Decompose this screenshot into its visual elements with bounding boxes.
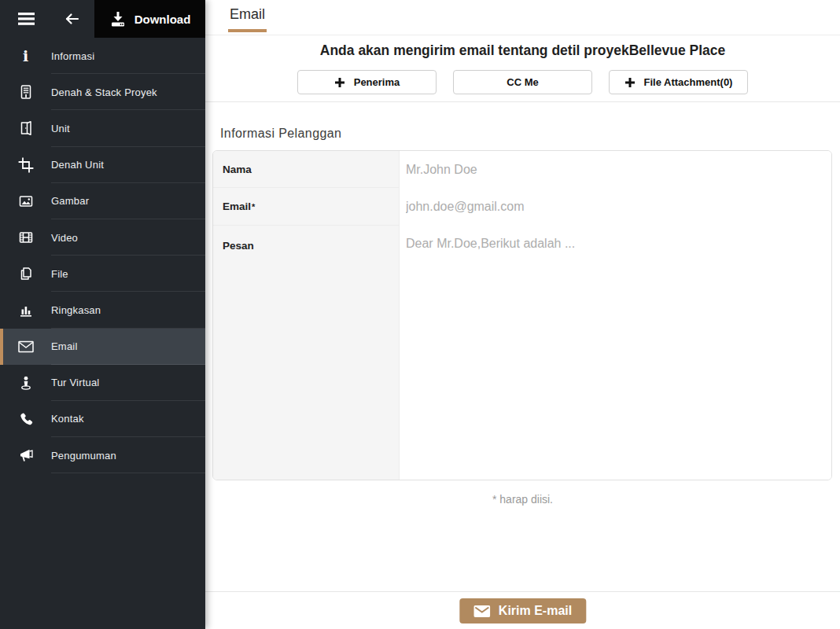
sidebar-item-kontak[interactable]: Kontak: [0, 401, 205, 437]
required-asterisk: *: [252, 202, 255, 212]
section-title: Informasi Pelanggan: [220, 127, 341, 141]
back-button[interactable]: [61, 9, 83, 28]
page-title: Anda akan mengirim email tentang detil p…: [205, 42, 840, 59]
sidebar-item-label: Video: [51, 232, 78, 244]
sidebar-item-video[interactable]: Video: [0, 219, 205, 256]
sidebar-item-unit[interactable]: Unit: [0, 110, 205, 146]
sidebar-item-ringkasan[interactable]: Ringkasan: [0, 292, 205, 328]
file-attachment-button-label: File Attachment(0): [644, 76, 733, 88]
email-header-section: Anda akan mengirim email tentang detil p…: [205, 35, 840, 102]
email-label: Email*: [213, 188, 400, 225]
nama-input[interactable]: [400, 151, 831, 188]
sidebar-item-label: Email: [51, 340, 78, 352]
plus-icon: [624, 77, 636, 88]
nama-label: Nama: [213, 151, 400, 187]
film-icon: [0, 230, 51, 245]
kirim-email-button[interactable]: Kirim E-mail: [459, 598, 586, 623]
sidebar-item-label: Denah Unit: [51, 159, 104, 171]
building-icon: [0, 84, 51, 100]
sidebar-item-tur-virtual[interactable]: Tur Virtual: [0, 365, 205, 401]
sidebar-item-informasi[interactable]: i Informasi: [0, 38, 205, 74]
customer-info-form: Nama Email* Pesan: [212, 150, 832, 480]
menu-button[interactable]: [16, 9, 38, 28]
sidebar-item-label: Kontak: [51, 413, 84, 425]
arrow-left-icon: [64, 12, 81, 26]
street-view-icon: [0, 375, 51, 391]
crop-icon: [0, 157, 51, 173]
email-row: Email*: [213, 188, 831, 226]
cc-me-button-label: CC Me: [507, 76, 538, 88]
phone-icon: [0, 411, 51, 427]
cc-me-button[interactable]: CC Me: [453, 70, 592, 94]
email-input[interactable]: [400, 188, 831, 226]
megaphone-icon: [0, 447, 51, 463]
penerima-button[interactable]: Penerima: [297, 70, 437, 94]
sidebar-item-label: Ringkasan: [51, 304, 101, 316]
tab-bar: Email: [205, 0, 840, 35]
plus-icon: [334, 77, 345, 88]
sidebar-item-label: Informasi: [51, 50, 94, 62]
nama-row: Nama: [213, 151, 831, 188]
envelope-icon: [473, 605, 490, 617]
sidebar-item-gambar[interactable]: Gambar: [0, 183, 205, 219]
penerima-button-label: Penerima: [354, 76, 400, 88]
sidebar-item-denah-stack-proyek[interactable]: Denah & Stack Proyek: [0, 74, 205, 110]
footer-divider: [205, 591, 840, 592]
copy-icon: [0, 266, 51, 281]
pesan-label: Pesan: [213, 226, 400, 480]
sidebar-item-label: Pengumuman: [51, 450, 116, 462]
sidebar-nav: i Informasi Denah & Stack Proyek: [0, 38, 205, 473]
sidebar: Download i Informasi Denah & Stack Pro: [0, 0, 205, 629]
sidebar-item-file[interactable]: File: [0, 256, 205, 292]
main-content: Email Anda akan mengirim email tentang d…: [205, 0, 840, 629]
sidebar-item-label: Tur Virtual: [51, 377, 99, 388]
bar-chart-icon: [0, 302, 51, 318]
download-label: Download: [134, 13, 191, 26]
sidebar-item-denah-unit[interactable]: Denah Unit: [0, 147, 205, 183]
pesan-row: Pesan: [213, 226, 831, 480]
envelope-icon: [0, 340, 51, 354]
image-icon: [0, 193, 51, 209]
kirim-email-label: Kirim E-mail: [499, 604, 572, 618]
sidebar-item-email[interactable]: Email: [0, 329, 205, 365]
sidebar-topbar: Download: [0, 0, 205, 38]
file-attachment-button[interactable]: File Attachment(0): [609, 70, 748, 94]
tab-email[interactable]: Email: [228, 6, 267, 32]
sidebar-item-label: Denah & Stack Proyek: [51, 86, 157, 98]
pesan-textarea[interactable]: [400, 226, 831, 480]
action-buttons-row: Penerima CC Me File Attachment(0): [205, 70, 840, 94]
sidebar-item-label: File: [51, 268, 68, 280]
info-icon: i: [0, 49, 51, 64]
door-icon: [0, 120, 51, 136]
download-button[interactable]: Download: [94, 0, 205, 38]
download-icon: [109, 10, 127, 28]
menu-icon: [17, 11, 36, 27]
required-note: * harap diisi.: [205, 493, 840, 506]
sidebar-item-label: Unit: [51, 123, 70, 134]
sidebar-item-label: Gambar: [51, 195, 89, 207]
sidebar-item-pengumuman[interactable]: Pengumuman: [0, 437, 205, 473]
